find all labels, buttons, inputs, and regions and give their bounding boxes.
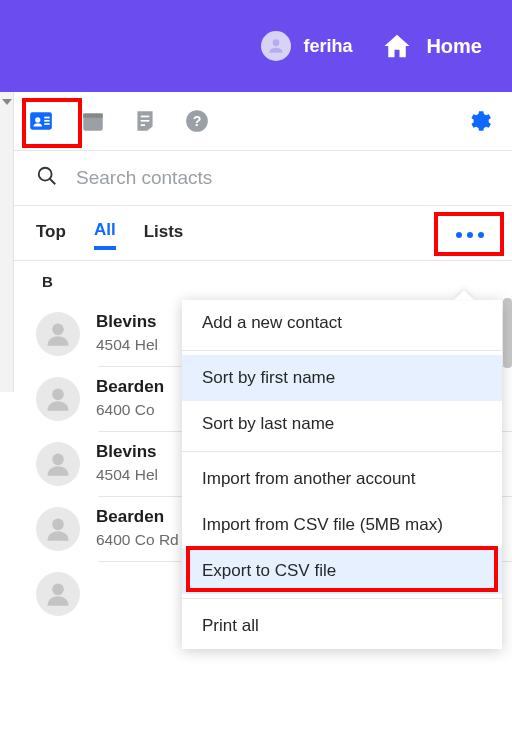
menu-import-account[interactable]: Import from another account (182, 456, 502, 502)
menu-divider (182, 598, 502, 599)
home-icon (382, 31, 412, 61)
contact-address: 4504 Hel (96, 466, 158, 484)
menu-print-all[interactable]: Print all (182, 603, 502, 649)
avatar-icon (36, 377, 80, 421)
svg-point-20 (52, 584, 64, 596)
menu-add-contact[interactable]: Add a new contact (182, 300, 502, 346)
svg-text:6: 6 (90, 116, 96, 128)
svg-point-19 (52, 519, 64, 531)
section-header: B (14, 261, 512, 302)
svg-point-18 (52, 454, 64, 466)
user-chip[interactable]: feriha (261, 31, 352, 61)
tab-all[interactable]: All (94, 220, 116, 250)
avatar-icon (36, 572, 80, 616)
app-iconbar: 6 ? (14, 92, 512, 151)
avatar-icon (36, 442, 80, 486)
tab-lists[interactable]: Lists (144, 222, 184, 248)
menu-import-csv[interactable]: Import from CSV file (5MB max) (182, 502, 502, 548)
contact-name: Blevins (96, 442, 158, 462)
svg-point-0 (273, 39, 280, 46)
contact-name: Blevins (96, 312, 158, 332)
svg-point-17 (52, 389, 64, 401)
search-icon (36, 165, 58, 191)
search-bar (14, 151, 512, 206)
help-tab-icon[interactable]: ? (182, 106, 212, 136)
avatar-icon (36, 507, 80, 551)
svg-point-2 (35, 117, 40, 122)
left-collapse-handle[interactable] (0, 92, 14, 392)
menu-divider (182, 350, 502, 351)
contact-address: 4504 Hel (96, 336, 158, 354)
menu-sort-last[interactable]: Sort by last name (182, 401, 502, 447)
username-label: feriha (303, 36, 352, 57)
menu-sort-first[interactable]: Sort by first name (182, 355, 502, 401)
svg-rect-9 (141, 116, 150, 118)
home-button[interactable]: Home (382, 31, 482, 61)
contact-name: Bearden (96, 377, 164, 397)
notes-tab-icon[interactable] (130, 106, 160, 136)
svg-line-15 (50, 179, 56, 185)
view-tabs: Top All Lists (14, 206, 512, 261)
context-menu: Add a new contact Sort by first name Sor… (182, 300, 502, 649)
more-menu-button[interactable] (450, 226, 490, 244)
svg-point-16 (52, 324, 64, 336)
menu-export-csv[interactable]: Export to CSV file (182, 548, 502, 594)
top-header: feriha Home (0, 0, 512, 92)
svg-rect-10 (141, 120, 150, 122)
svg-point-14 (39, 168, 52, 181)
scrollbar-thumb[interactable] (503, 298, 512, 368)
home-label: Home (426, 35, 482, 58)
svg-text:?: ? (193, 113, 202, 129)
svg-rect-11 (141, 124, 145, 126)
svg-rect-3 (44, 117, 49, 119)
contact-address: 6400 Co (96, 401, 164, 419)
avatar-icon (36, 312, 80, 356)
tab-top[interactable]: Top (36, 222, 66, 248)
contacts-tab-icon[interactable] (26, 106, 56, 136)
calendar-tab-icon[interactable]: 6 (78, 106, 108, 136)
user-avatar-icon (261, 31, 291, 61)
menu-divider (182, 451, 502, 452)
settings-icon[interactable] (464, 106, 494, 136)
search-input[interactable] (76, 167, 490, 189)
svg-rect-4 (44, 120, 49, 122)
svg-rect-5 (44, 123, 49, 125)
